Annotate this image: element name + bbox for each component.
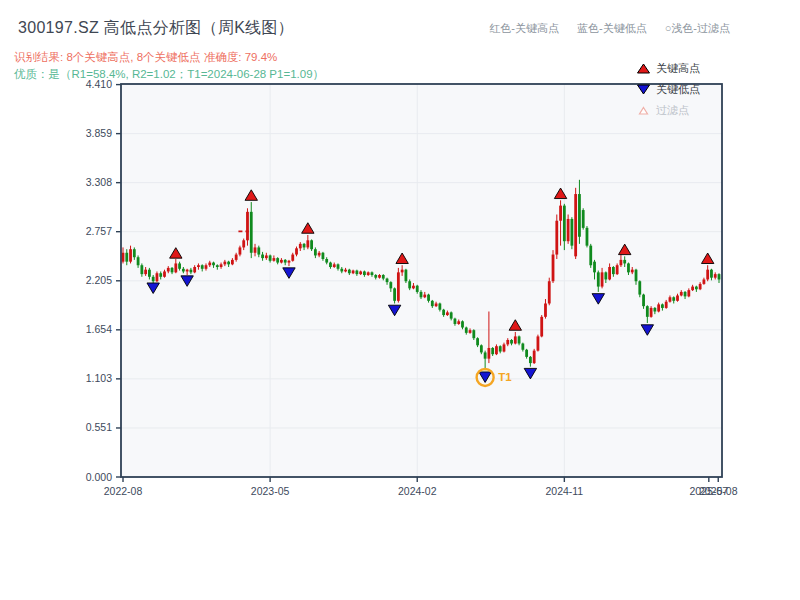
candle-down [337, 264, 340, 268]
candle-down [438, 303, 441, 309]
candle-down [442, 310, 445, 315]
candle-down [325, 259, 328, 263]
candle-down [140, 265, 143, 274]
candle-up [306, 240, 309, 247]
candle-down [201, 265, 204, 269]
candle-up [487, 348, 490, 359]
y-tick-label: 1.654 [86, 323, 112, 335]
candle-up [231, 260, 234, 264]
candle-down [570, 219, 573, 246]
candle-down [491, 348, 494, 354]
candle-up [397, 272, 400, 300]
candle-down [450, 312, 453, 318]
candle-down [310, 240, 313, 249]
x-tick-label: 2024-11 [545, 485, 583, 497]
candle-down [525, 350, 528, 357]
candle-up [367, 272, 370, 275]
candle-down [623, 260, 626, 264]
candle-up [699, 284, 702, 289]
candle-up [359, 271, 362, 274]
candle-up [205, 265, 208, 269]
candle-down [465, 328, 468, 333]
hollow-triangle-icon [637, 105, 650, 116]
candle-down [431, 301, 434, 306]
candle-up [167, 268, 170, 272]
candle-down [476, 338, 479, 345]
candle-up [540, 317, 543, 337]
candle-down [159, 273, 162, 277]
candle-up [344, 270, 347, 272]
candle-down [499, 346, 502, 351]
candle-up [601, 272, 604, 286]
candle-down [461, 321, 464, 327]
candle-down [695, 287, 698, 290]
candle-up [691, 287, 694, 291]
x-tick-label: 2025-08 [699, 485, 738, 497]
candle-up [122, 253, 125, 262]
candle-down [382, 275, 385, 279]
candle-down [389, 282, 392, 288]
legend-item-key-high: 关键高点 [637, 58, 729, 79]
candle-up [495, 346, 498, 354]
candle-down [340, 269, 343, 272]
candle-down [521, 344, 524, 350]
candle-down [593, 262, 596, 273]
candle-down [586, 228, 589, 246]
candle-up [703, 279, 706, 283]
candle-down [125, 253, 128, 262]
candle-down [227, 262, 230, 265]
y-tick-label: 3.859 [86, 127, 112, 139]
candle-up [687, 290, 690, 296]
candle-down [518, 336, 521, 343]
candle-down [363, 271, 366, 275]
candle-up [333, 264, 336, 267]
candle-up [555, 221, 558, 255]
legend-label-key-high: 关键高点 [656, 61, 700, 76]
candle-up [503, 344, 506, 351]
candle-up [548, 281, 551, 303]
candle-down [661, 304, 664, 308]
y-tick-label: 0.000 [86, 471, 112, 483]
candle-down [672, 297, 675, 301]
candle-down [612, 267, 615, 274]
candle-down [212, 263, 215, 266]
candle-up [174, 263, 177, 272]
candle-down [261, 255, 264, 259]
candle-down [635, 270, 638, 282]
candle-up [197, 265, 200, 267]
candle-down [171, 268, 174, 272]
candle-down [405, 270, 408, 282]
candle-down [386, 279, 389, 283]
candle-up [220, 264, 223, 267]
candle-down [454, 319, 457, 324]
blue-down-triangle-icon [637, 84, 650, 95]
candle-up [254, 247, 257, 252]
chart-legend: 关键高点 关键低点 过滤点 [637, 58, 729, 121]
candle-down [427, 295, 430, 301]
candle-down [133, 249, 136, 257]
candle-up [318, 253, 321, 256]
candle-up [208, 263, 211, 266]
candle-up [272, 258, 275, 261]
candle-down [408, 281, 411, 288]
candle-up [435, 303, 438, 306]
candle-down [348, 270, 351, 274]
candle-up [706, 270, 709, 280]
candle-up [295, 248, 298, 254]
legend-item-key-low: 关键低点 [637, 79, 729, 100]
candle-up [291, 255, 294, 261]
candle-up [574, 194, 577, 256]
candle-down [269, 255, 272, 260]
candle-down [529, 357, 532, 363]
candle-up [280, 260, 283, 263]
candle-down [472, 330, 475, 338]
candle-up [265, 255, 268, 258]
candle-up [620, 260, 623, 265]
candle-up [506, 340, 509, 344]
candle-down [627, 263, 630, 272]
candle-down [152, 277, 155, 281]
candle-up [223, 262, 226, 265]
candle-down [178, 263, 181, 268]
candle-up [246, 212, 249, 240]
y-tick-label: 0.551 [86, 421, 112, 433]
